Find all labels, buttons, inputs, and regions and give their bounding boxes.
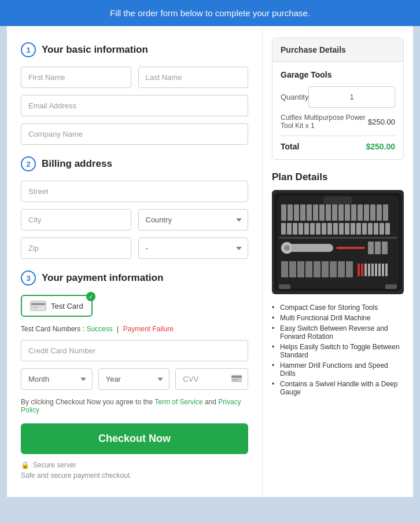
svg-rect-3 [231, 375, 242, 382]
state-select[interactable]: - [138, 237, 249, 259]
email-input[interactable] [21, 95, 248, 116]
svg-rect-66 [364, 264, 367, 276]
year-field: Year 202420252026 202720282029 [98, 368, 170, 390]
cvv-input[interactable] [176, 369, 226, 389]
svg-rect-45 [380, 223, 384, 235]
month-select[interactable]: Month 010203 040506 070809 101112 [21, 368, 93, 390]
svg-rect-10 [385, 284, 397, 289]
total-divider [281, 136, 395, 136]
svg-rect-14 [300, 204, 305, 221]
svg-rect-11 [281, 204, 286, 221]
quantity-input[interactable] [308, 86, 395, 108]
failure-link[interactable]: Payment Failure [123, 325, 174, 333]
secure-note: 🔒 Secure server [21, 461, 248, 469]
svg-rect-60 [322, 261, 329, 277]
svg-rect-67 [368, 264, 370, 276]
company-input[interactable] [21, 123, 248, 145]
tos-link[interactable]: Term of Service [154, 398, 202, 406]
total-row: Total $250.00 [281, 142, 395, 151]
feature-item: Hammer Drill Functions and Speed Drills [272, 360, 404, 379]
test-numbers-label: Test Card Numbers : [21, 325, 84, 333]
total-amount: $250.00 [366, 142, 395, 151]
country-select[interactable]: Country [138, 209, 249, 231]
card-label: Test Card [51, 302, 83, 310]
feature-item: Contains a Swivel Handle with a Deep Gau… [272, 379, 404, 397]
svg-rect-8 [323, 196, 352, 204]
first-name-field [21, 67, 131, 88]
product-name: Cutflex Multipurpose Power Tool Kit x 1 [281, 114, 368, 130]
svg-rect-31 [299, 223, 303, 235]
svg-rect-68 [371, 264, 374, 276]
terms-prefix: By clicking Checkout Now you agree to th… [21, 398, 154, 406]
svg-rect-28 [281, 223, 286, 235]
name-row [21, 67, 248, 88]
last-name-field [138, 67, 249, 88]
svg-rect-1 [31, 303, 45, 305]
svg-rect-39 [345, 223, 349, 235]
section-2-title: Billing address [42, 158, 112, 170]
card-icon [30, 301, 46, 311]
svg-rect-52 [368, 242, 374, 254]
svg-rect-46 [385, 223, 390, 235]
success-link[interactable]: Success [86, 325, 112, 333]
svg-rect-64 [358, 264, 360, 276]
purchase-details-body: Garage Tools Quantity Cutflex Multipurpo… [272, 62, 403, 159]
svg-rect-9 [279, 284, 290, 289]
svg-rect-70 [378, 264, 381, 276]
svg-rect-59 [314, 261, 320, 277]
features-list: Compact Case for Storing ToolsMulti Func… [272, 302, 404, 397]
feature-item: Multi Functional Drill Machine [272, 313, 404, 323]
card-option[interactable]: Test Card ✓ [21, 295, 93, 317]
plan-details-title: Plan Details [272, 171, 404, 183]
svg-rect-12 [288, 204, 293, 221]
cc-number-field [21, 340, 248, 361]
section-3-title: Your payment information [42, 272, 163, 284]
section-3-heading: 3 Your payment information [21, 270, 248, 286]
first-name-input[interactable] [21, 67, 131, 88]
email-field [21, 95, 248, 116]
last-name-input[interactable] [138, 67, 249, 88]
banner-text: Fill the order form below to complete yo… [110, 8, 310, 18]
svg-rect-13 [294, 204, 299, 221]
right-panel: Purchase Details Garage Tools Quantity C… [263, 26, 413, 497]
svg-rect-18 [326, 204, 331, 221]
svg-rect-2 [33, 307, 38, 308]
svg-rect-33 [310, 223, 315, 235]
street-input[interactable] [21, 181, 248, 202]
svg-rect-43 [368, 223, 373, 235]
left-panel: 1 Your basic information [7, 26, 263, 497]
svg-rect-61 [330, 261, 337, 277]
svg-rect-19 [332, 204, 337, 221]
svg-rect-23 [358, 204, 363, 221]
feature-item: Compact Case for Storing Tools [272, 302, 404, 313]
city-field [21, 209, 131, 231]
page-wrapper: Fill the order form below to complete yo… [0, 0, 420, 509]
city-country-row: Country [21, 209, 248, 231]
section-2-number: 2 [21, 156, 36, 171]
svg-rect-27 [383, 204, 388, 221]
product-category: Garage Tools [281, 70, 395, 79]
section-3-number: 3 [21, 270, 36, 286]
cc-number-row [21, 340, 248, 361]
checkout-button[interactable]: Checkout Now [21, 423, 248, 454]
svg-rect-34 [316, 223, 320, 235]
svg-rect-56 [289, 261, 296, 277]
svg-point-50 [284, 245, 290, 251]
svg-rect-65 [361, 264, 363, 276]
city-input[interactable] [21, 209, 131, 231]
quantity-label: Quantity [281, 93, 308, 101]
svg-rect-41 [356, 223, 361, 235]
street-field [21, 181, 248, 202]
section-1-title: Your basic information [42, 44, 148, 56]
section-1-heading: 1 Your basic information [21, 42, 248, 57]
zip-input[interactable] [21, 237, 131, 259]
country-field: Country [138, 209, 249, 231]
section-1-number: 1 [21, 42, 36, 57]
year-select[interactable]: Year 202420252026 202720282029 [98, 368, 170, 390]
cc-number-input[interactable] [21, 340, 248, 361]
svg-rect-30 [293, 223, 297, 235]
purchase-details-box: Purchase Details Garage Tools Quantity C… [272, 38, 404, 160]
card-check-icon: ✓ [86, 292, 95, 301]
product-price: $250.00 [368, 118, 395, 126]
svg-rect-15 [307, 204, 312, 221]
